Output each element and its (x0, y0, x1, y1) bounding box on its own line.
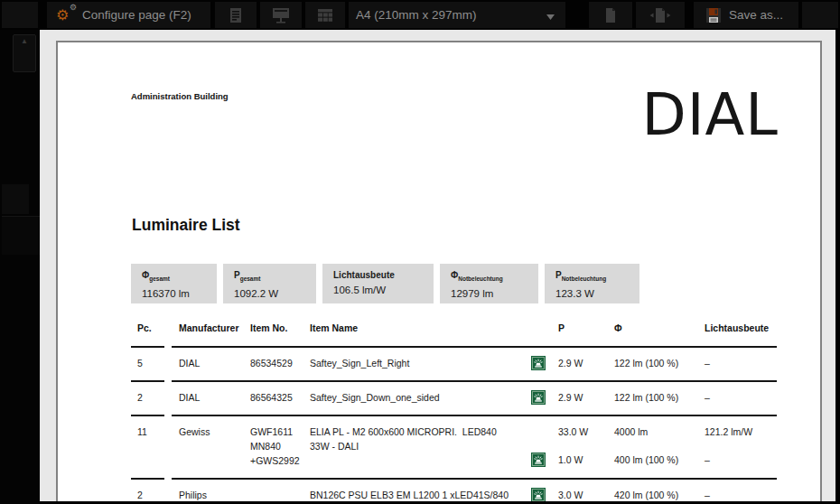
cell-lichtausbeute: 121.2 lm/W (697, 425, 777, 439)
cell-pc: 2 (131, 390, 172, 405)
chevron-down-icon (546, 14, 555, 20)
table-body: 5DIAL86534529Saftey_Sign_Left_Right2.9 W… (131, 348, 777, 501)
table-grid-icon (317, 8, 333, 23)
summary-label: ΦNotbeleuchtung (451, 270, 538, 285)
value-line: 1.0 W400 lm (100 %)– (524, 453, 777, 467)
cell-p: 3.0 W (551, 488, 607, 501)
emergency-icon-cell (524, 488, 551, 501)
table-row: 11GewissGWF1611 MN840 +GWS2992ELIA PL - … (131, 416, 777, 478)
summary-label: Pgesamt (234, 270, 316, 285)
cell-item-name: BN126C PSU ELB3 EM L1200 1 xLED41S/840 (303, 488, 524, 501)
summary-value: 106.5 lm/W (333, 285, 434, 295)
project-name: Administration Building (131, 91, 229, 101)
cell-phi: 4000 lm (607, 425, 697, 439)
summary-box: ΦNotbeleuchtung12979 lm (440, 264, 538, 303)
cell-manufacturer: DIAL (172, 390, 243, 405)
table-row: 2PhilipsBN126C PSU ELB3 EM L1200 1 xLED4… (131, 480, 777, 501)
monitor-icon (272, 7, 290, 23)
value-line: 2.9 W122 lm (100 %)– (524, 356, 777, 370)
summary-box: PNotbeleuchtung123.3 W (545, 264, 639, 303)
emergency-icon-cell (524, 453, 551, 467)
page-navigation-button[interactable] (636, 2, 685, 28)
gear-icon: ⚙ ⚙ (56, 6, 74, 24)
report-view-button[interactable] (215, 2, 257, 28)
table-view-button[interactable] (305, 2, 345, 28)
dial-logo: DIAL (641, 86, 779, 144)
row-value-lines: 2.9 W122 lm (100 %)– (524, 390, 777, 405)
cell-lichtausbeute: – (697, 390, 777, 405)
configure-page-label: Configure page (F2) (82, 8, 191, 22)
left-sidebar: ▲ (0, 30, 40, 504)
header-pc: Pc. (131, 321, 172, 335)
cell-p: 1.0 W (551, 453, 607, 467)
print-preview-toolbar: ⚙ ⚙ Configure page (F2) (0, 0, 840, 30)
row-separator (131, 415, 777, 416)
summary-box: Pgesamt1092.2 W (223, 264, 316, 303)
cell-phi: 122 lm (100 %) (607, 356, 697, 370)
emergency-icon-cell (524, 356, 551, 370)
cell-manufacturer: Gewiss (172, 425, 243, 468)
cell-p: 2.9 W (551, 390, 607, 405)
summary-label: Φgesamt (142, 270, 217, 285)
value-line: 2.9 W122 lm (100 %)– (524, 390, 777, 405)
screen-view-button[interactable] (260, 2, 302, 28)
sidebar-panel-placeholder (2, 184, 29, 214)
cell-item-name: Saftey_Sign_Down_one_sided (303, 390, 524, 405)
header-lichtausbeute: Lichtausbeute (697, 321, 777, 335)
report-page: Administration Building DIAL Luminaire L… (56, 41, 822, 501)
save-as-button[interactable]: Save as... (694, 2, 798, 28)
paper-size-dropdown[interactable]: A4 (210mm x 297mm) (349, 2, 565, 28)
cell-pc: 2 (131, 488, 172, 501)
header-phi: Φ (607, 321, 697, 335)
toolbar-corner-tile (2, 2, 38, 28)
cell-p: 2.9 W (551, 356, 607, 370)
summary-box: Φgesamt116370 lm (131, 264, 217, 303)
header-manufacturer: Manufacturer (172, 321, 243, 335)
cell-item-no: 86534529 (243, 356, 303, 370)
row-value-lines: 2.9 W122 lm (100 %)– (524, 356, 777, 370)
paper-size-value: A4 (210mm x 297mm) (356, 8, 477, 22)
header-separator (131, 346, 777, 348)
emergency-luminaire-icon (531, 390, 546, 405)
cell-item-name: ELIA PL - M2 600x600 MICROPRI. LED840 33… (303, 425, 524, 468)
row-separator (131, 478, 777, 480)
emergency-luminaire-icon (531, 453, 546, 467)
blank-page-icon (603, 7, 618, 23)
cell-pc: 11 (131, 425, 172, 468)
floppy-save-icon (705, 7, 722, 23)
cell-item-no (243, 488, 303, 501)
cell-manufacturer: Philips (172, 488, 243, 501)
summary-label: Lichtausbeute (333, 270, 434, 281)
page-navigation-icon (649, 7, 672, 23)
page-title: Luminaire List (132, 216, 240, 235)
configure-page-button[interactable]: ⚙ ⚙ Configure page (F2) (47, 2, 210, 28)
value-line: 33.0 W4000 lm121.2 lm/W (524, 425, 777, 439)
sidebar-collapse-button[interactable]: ▲ (13, 34, 36, 72)
luminaire-table: Pc. Manufacturer Item No. Item Name P Φ … (131, 321, 777, 501)
summary-value: 1092.2 W (234, 288, 316, 299)
single-page-button[interactable] (589, 2, 632, 28)
cell-lichtausbeute: – (697, 356, 777, 370)
collapse-icon: ▲ (21, 35, 28, 71)
header-p: P (551, 321, 607, 335)
summary-value: 12979 lm (451, 288, 538, 299)
header-icon-spacer (524, 321, 551, 335)
row-separator (131, 380, 777, 382)
row-value-lines: 3.0 W420 lm (100 %)– (524, 488, 777, 501)
cell-item-no: 86564325 (243, 390, 303, 405)
table-row: 2DIAL86564325Saftey_Sign_Down_one_sided2… (131, 382, 777, 415)
summary-value: 123.3 W (555, 288, 639, 299)
report-page-icon (229, 7, 243, 23)
cell-lichtausbeute: – (697, 488, 777, 501)
cell-phi: 122 lm (100 %) (607, 390, 697, 405)
summary-row: Φgesamt116370 lmPgesamt1092.2 WLichtausb… (131, 264, 639, 303)
icon-cell (524, 425, 551, 439)
value-line: 3.0 W420 lm (100 %)– (524, 488, 777, 501)
sidebar-panel-placeholder-2 (2, 216, 40, 255)
preview-canvas[interactable]: Administration Building DIAL Luminaire L… (40, 30, 835, 501)
emergency-luminaire-icon (531, 488, 546, 501)
row-value-lines: 33.0 W4000 lm121.2 lm/W1.0 W400 lm (100 … (524, 425, 777, 468)
save-as-label: Save as... (729, 8, 783, 22)
cell-pc: 5 (131, 356, 172, 370)
cell-manufacturer: DIAL (172, 356, 243, 370)
